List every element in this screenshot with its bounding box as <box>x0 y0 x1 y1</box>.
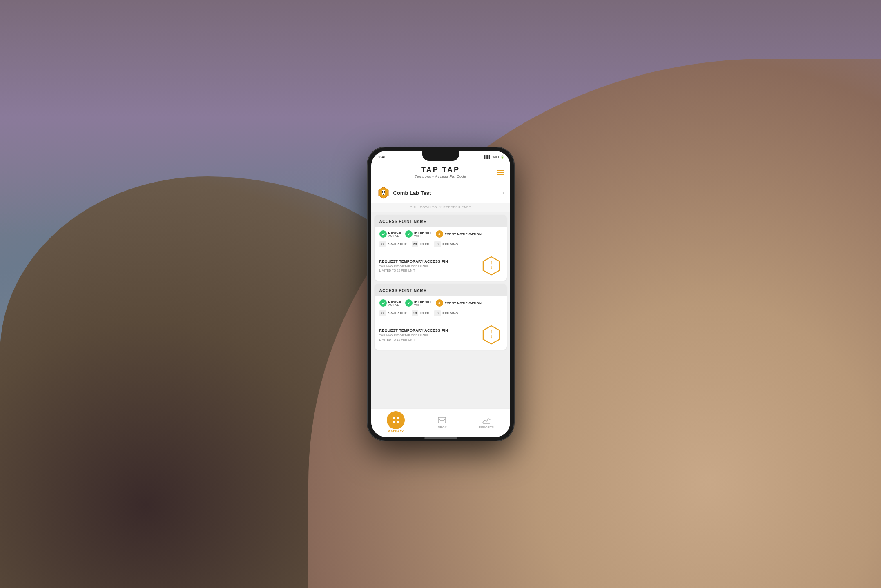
pending-count-1: 0 PENDING <box>434 241 458 247</box>
access-card-2: ACCESS POINT NAME DEVICE ACTIVE <box>375 284 507 350</box>
location-name: Comb Lab Test <box>393 190 431 196</box>
battery-icon: 🔋 <box>500 155 504 159</box>
device-label-2: DEVICE ACTIVE <box>388 300 401 306</box>
phone-screen: 9:41 ▌▌▌ WiFi 🔋 TAP TAP Temporary Access… <box>371 151 510 437</box>
device-label-1: DEVICE ACTIVE <box>388 231 401 237</box>
available-count-2: 0 AVAILABLE <box>379 310 407 316</box>
device-status-2: DEVICE ACTIVE <box>379 299 401 307</box>
notif-label-1: EVENT NOTIFICATION <box>445 232 482 236</box>
request-pin-text-2: REQUEST TEMPORARY ACCESS PIN THE AMOUNT … <box>379 328 481 342</box>
hand-icon: ☞ <box>439 205 442 209</box>
internet-check-2 <box>405 299 413 307</box>
phone-wrapper: 9:41 ▌▌▌ WiFi 🔋 TAP TAP Temporary Access… <box>367 147 514 441</box>
access-point-header-2: ACCESS POINT NAME <box>375 284 507 296</box>
scroll-area[interactable]: ACCESS POINT NAME DEVICE ACTIVE <box>371 212 510 408</box>
location-hex-icon <box>377 186 390 199</box>
svg-rect-14 <box>397 417 399 419</box>
app-subtitle: Temporary Access Pin Code <box>415 174 466 178</box>
request-pin-button-1[interactable]: ↑ ↓ <box>481 255 502 276</box>
bottom-nav: GATEWAY INBOX REPORTS <box>371 408 510 437</box>
notif-label-2: EVENT NOTIFICATION <box>445 301 482 305</box>
svg-rect-2 <box>382 191 383 192</box>
header-title-block: TAP TAP Temporary Access Pin Code <box>415 166 466 178</box>
request-pin-title-2: REQUEST TEMPORARY ACCESS PIN <box>379 328 481 332</box>
used-count-1: 20 USED <box>412 241 429 247</box>
svg-rect-13 <box>393 417 395 419</box>
phone-device: 9:41 ▌▌▌ WiFi 🔋 TAP TAP Temporary Access… <box>367 147 514 441</box>
svg-rect-4 <box>382 192 383 193</box>
location-bar[interactable]: Comb Lab Test › <box>371 183 510 203</box>
svg-rect-3 <box>384 191 385 192</box>
pull-refresh-bar: PULL DOWN TO ☞ REFRESH PAGE <box>371 203 510 212</box>
nav-reports-label: REPORTS <box>479 426 494 429</box>
access-point-header-1: ACCESS POINT NAME <box>375 215 507 227</box>
request-pin-desc-1: THE AMOUNT OF TAP CODES ARE LIMITED TO 2… <box>379 265 433 273</box>
menu-button[interactable] <box>497 170 504 175</box>
notif-badge-1: 0 <box>436 230 443 238</box>
location-left: Comb Lab Test <box>377 186 431 199</box>
reports-icon <box>482 415 491 425</box>
notif-status-2: 0 EVENT NOTIFICATION <box>436 299 482 307</box>
home-indicator <box>424 437 457 439</box>
nav-inbox[interactable]: INBOX <box>437 415 447 429</box>
signal-icon: ▌▌▌ <box>484 155 491 159</box>
svg-rect-5 <box>384 192 385 193</box>
status-row-1: DEVICE ACTIVE INTERNET WIFI <box>375 227 507 239</box>
nav-inbox-label: INBOX <box>437 426 447 429</box>
request-pin-section-2: REQUEST TEMPORARY ACCESS PIN THE AMOUNT … <box>375 320 507 350</box>
request-pin-desc-2: THE AMOUNT OF TAP CODES ARE LIMITED TO 1… <box>379 334 433 342</box>
access-point-title-1: ACCESS POINT NAME <box>379 219 427 224</box>
internet-label-1: INTERNET WIFI <box>414 231 431 237</box>
nav-gateway[interactable]: GATEWAY <box>387 411 405 433</box>
pull-refresh-action: REFRESH PAGE <box>443 205 471 209</box>
notif-status-1: 0 EVENT NOTIFICATION <box>436 230 482 238</box>
notif-badge-2: 0 <box>436 299 443 307</box>
app-header: TAP TAP Temporary Access Pin Code <box>371 163 510 183</box>
svg-rect-16 <box>397 421 399 423</box>
nav-reports[interactable]: REPORTS <box>479 415 494 429</box>
access-card-1: ACCESS POINT NAME DEVICE ACTIVE <box>375 215 507 281</box>
internet-check-1 <box>405 230 413 238</box>
svg-text:↓: ↓ <box>490 265 493 270</box>
device-status-1: DEVICE ACTIVE <box>379 230 401 238</box>
svg-rect-17 <box>438 417 446 423</box>
request-pin-text-1: REQUEST TEMPORARY ACCESS PIN THE AMOUNT … <box>379 259 481 273</box>
gateway-icon <box>391 416 400 425</box>
phone-notch <box>422 151 459 161</box>
counts-row-2: 0 AVAILABLE 10 USED 0 PENDING <box>375 308 507 320</box>
internet-status-2: INTERNET WIFI <box>405 299 431 307</box>
nav-gateway-label: GATEWAY <box>388 430 404 433</box>
gateway-icon-circle <box>387 411 405 429</box>
svg-rect-6 <box>383 194 384 195</box>
svg-rect-15 <box>393 421 395 423</box>
status-time: 9:41 <box>379 155 386 159</box>
pending-count-2: 0 PENDING <box>434 310 458 316</box>
access-point-title-2: ACCESS POINT NAME <box>379 288 427 293</box>
counts-row-1: 0 AVAILABLE 20 USED 0 PENDING <box>375 239 507 251</box>
status-icons: ▌▌▌ WiFi 🔋 <box>484 155 504 159</box>
pull-refresh-text: PULL DOWN TO <box>410 205 437 209</box>
status-row-2: DEVICE ACTIVE INTERNET WIFI <box>375 296 507 308</box>
app-title: TAP TAP <box>415 166 466 174</box>
svg-text:↓: ↓ <box>490 334 493 339</box>
device-check-1 <box>379 230 387 238</box>
request-pin-button-2[interactable]: ↑ ↓ <box>481 324 502 345</box>
wifi-icon: WiFi <box>493 155 499 159</box>
inbox-icon <box>437 415 447 425</box>
available-count-1: 0 AVAILABLE <box>379 241 407 247</box>
request-pin-section-1: REQUEST TEMPORARY ACCESS PIN THE AMOUNT … <box>375 251 507 281</box>
request-pin-title-1: REQUEST TEMPORARY ACCESS PIN <box>379 259 481 263</box>
device-check-2 <box>379 299 387 307</box>
location-chevron: › <box>502 189 504 196</box>
used-count-2: 10 USED <box>412 310 429 316</box>
internet-status-1: INTERNET WIFI <box>405 230 431 238</box>
internet-label-2: INTERNET WIFI <box>414 300 431 306</box>
